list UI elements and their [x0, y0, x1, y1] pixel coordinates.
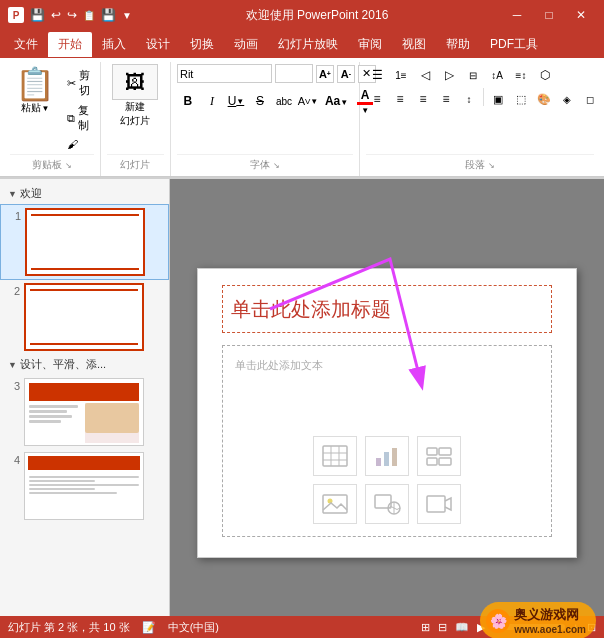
cut-btn[interactable]: ✂ 剪切	[63, 66, 94, 100]
decrease-indent-btn[interactable]: ◁	[414, 64, 436, 86]
quick-styles-btn[interactable]: 🎨	[533, 88, 555, 110]
italic-btn[interactable]: I	[201, 90, 223, 112]
menu-design[interactable]: 设计	[136, 32, 180, 57]
insert-video-icon[interactable]	[417, 484, 461, 524]
watermark-logo: 🌸	[486, 609, 510, 633]
watermark: 🌸 奥义游戏网 www.aoe1.com	[480, 602, 596, 638]
language-status[interactable]: 中文(中国)	[168, 620, 219, 635]
insert-smartart-icon[interactable]	[417, 436, 461, 476]
copy-btn[interactable]: ⧉ 复制	[63, 101, 94, 135]
font-color-btn2[interactable]: A ▼	[354, 87, 376, 115]
format-painter-btn[interactable]: 🖌	[63, 136, 94, 152]
shape-fill-btn[interactable]: ◈	[556, 88, 578, 110]
redo-btn[interactable]: ↪	[67, 8, 77, 22]
notes-icon[interactable]: 📝	[142, 621, 156, 634]
menu-slideshow[interactable]: 幻灯片放映	[268, 32, 348, 57]
new-slide-icon: 🖼	[112, 64, 158, 100]
slide-panel[interactable]: ▼ 欢迎 1 2 ▼ 设计、平滑、添... 3	[0, 179, 170, 638]
align-center-btn[interactable]: ≡	[389, 88, 411, 110]
format-painter-icon: 🖌	[67, 138, 78, 150]
convert-smartart-btn[interactable]: ⬡	[534, 64, 556, 86]
menu-insert[interactable]: 插入	[92, 32, 136, 57]
title-bar-left: P 💾 ↩ ↪ 📋 💾 ▼	[8, 7, 132, 23]
font-name-input[interactable]	[177, 64, 272, 83]
more-btn[interactable]: ▼	[122, 10, 132, 21]
insert-chart-icon[interactable]	[365, 436, 409, 476]
slide-title-area[interactable]: 单击此处添加标题	[222, 285, 552, 333]
slide-item-4[interactable]: 4	[0, 449, 169, 523]
svg-rect-10	[427, 458, 437, 465]
slide-icons-grid	[313, 436, 461, 524]
menu-review[interactable]: 审阅	[348, 32, 392, 57]
section-2-arrow[interactable]: ▼	[8, 360, 17, 370]
char-spacing-btn[interactable]: AV▼	[297, 90, 319, 112]
paragraph-label: 段落 ↘	[366, 154, 594, 174]
thumb4-content	[25, 456, 143, 520]
menu-pdf[interactable]: PDF工具	[480, 32, 548, 57]
insert-table-icon[interactable]	[313, 436, 357, 476]
menu-home[interactable]: 开始	[48, 32, 92, 57]
slide-thumbnail-1	[25, 208, 145, 276]
font-size-decrease-btn[interactable]: A-	[337, 65, 355, 83]
svg-rect-8	[427, 448, 437, 455]
thumb1-bottom-border	[31, 268, 139, 270]
undo-btn[interactable]: ↩	[51, 8, 61, 22]
underline-btn[interactable]: U▼	[225, 90, 247, 112]
bullet-list-btn[interactable]: ☰	[366, 64, 388, 86]
paste-btn[interactable]: 📋 粘贴▼	[10, 64, 60, 119]
thumb3-right	[85, 403, 139, 443]
save2-btn[interactable]: 💾	[101, 8, 116, 22]
ribbon-group-font: A+ A- ✕ B I U▼ S abc AV▼ Aa▼ A	[171, 62, 360, 176]
strikethrough-btn[interactable]: S	[249, 90, 271, 112]
new-slide-btn[interactable]: 🖼 新建幻灯片	[112, 64, 158, 128]
slide-number-3: 3	[6, 380, 20, 392]
maximize-btn[interactable]: □	[534, 0, 564, 30]
slide-item-1[interactable]: 1	[0, 204, 169, 280]
shadow-shape-btn[interactable]: ▣	[487, 88, 509, 110]
line-spacing-btn[interactable]: ↕	[458, 88, 480, 110]
thumb2-bottom-border	[30, 343, 138, 345]
section-1-header: ▼ 欢迎	[0, 183, 169, 204]
slide-item-2[interactable]: 2	[0, 280, 169, 354]
slide-content-area[interactable]: 单击此处添加文本	[222, 345, 552, 537]
quick-save-btn[interactable]: 💾	[30, 8, 45, 22]
align-text-btn[interactable]: ≡↕	[510, 64, 532, 86]
menu-view[interactable]: 视图	[392, 32, 436, 57]
increase-indent-btn[interactable]: ▷	[438, 64, 460, 86]
menu-file[interactable]: 文件	[4, 32, 48, 57]
font-size-input[interactable]	[275, 64, 313, 83]
justify-btn[interactable]: ≡	[435, 88, 457, 110]
ribbon-content: 📋 粘贴▼ ✂ 剪切 ⧉ 复制 🖌	[0, 58, 604, 177]
view-normal-btn[interactable]: ⊞	[421, 621, 430, 634]
numbered-list-btn[interactable]: 1≡	[390, 64, 412, 86]
slide-thumbnail-3	[24, 378, 144, 446]
font-name-row: A+ A- ✕	[177, 64, 376, 83]
view-reading-btn[interactable]: 📖	[455, 621, 469, 634]
align-row: ≡ ≡ ≡ ≡ ↕ ▣ ⬚ 🎨 ◈ ◻ ✦	[366, 88, 604, 110]
thumb1-top-border	[31, 214, 139, 216]
view-sorter-btn[interactable]: ⊟	[438, 621, 447, 634]
font-color-btn[interactable]: Aa▼	[321, 92, 352, 110]
slide-item-3[interactable]: 3	[0, 375, 169, 449]
bold-btn[interactable]: B	[177, 90, 199, 112]
text-direction-btn[interactable]: ↕A	[486, 64, 508, 86]
close-btn[interactable]: ✕	[566, 0, 596, 30]
section-1-arrow[interactable]: ▼	[8, 189, 17, 199]
menu-help[interactable]: 帮助	[436, 32, 480, 57]
slides-buttons: 🖼 新建幻灯片	[107, 64, 164, 154]
arrange-btn[interactable]: ⬚	[510, 88, 532, 110]
shape-outline-btn[interactable]: ◻	[579, 88, 601, 110]
shadow-btn[interactable]: abc	[273, 90, 295, 112]
insert-picture-icon[interactable]	[313, 484, 357, 524]
menu-animation[interactable]: 动画	[224, 32, 268, 57]
font-size-increase-btn[interactable]: A+	[316, 65, 334, 83]
minimize-btn[interactable]: ─	[502, 0, 532, 30]
columns-btn[interactable]: ⊟	[462, 64, 484, 86]
window-controls: ─ □ ✕	[502, 0, 596, 30]
menu-transitions[interactable]: 切换	[180, 32, 224, 57]
align-right-btn[interactable]: ≡	[412, 88, 434, 110]
customize-btn[interactable]: 📋	[83, 10, 95, 21]
slide-canvas[interactable]: 单击此处添加标题 单击此处添加文本	[197, 268, 577, 558]
insert-online-picture-icon[interactable]	[365, 484, 409, 524]
svg-rect-11	[439, 458, 451, 465]
